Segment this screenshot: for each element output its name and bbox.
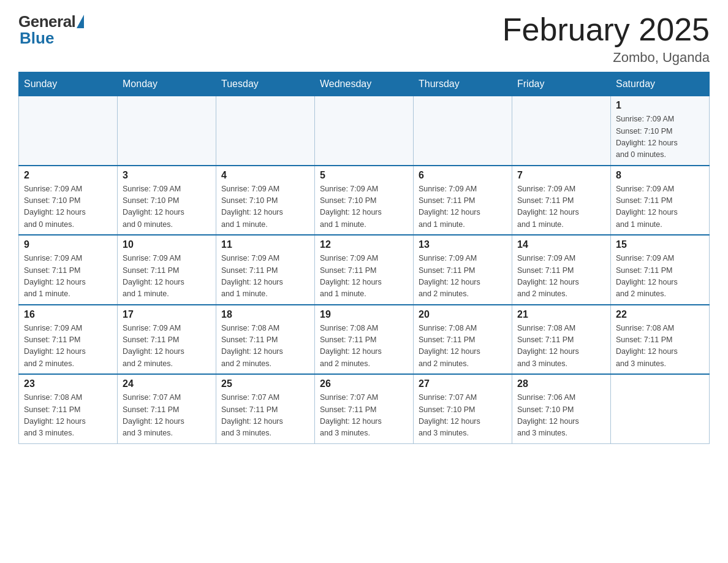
day-info: Sunrise: 7:09 AM Sunset: 7:11 PM Dayligh… <box>320 253 408 301</box>
day-number: 13 <box>419 239 507 250</box>
calendar-table: SundayMondayTuesdayWednesdayThursdayFrid… <box>18 72 710 444</box>
day-of-week-header: Friday <box>512 72 611 96</box>
day-info: Sunrise: 7:09 AM Sunset: 7:11 PM Dayligh… <box>24 323 112 370</box>
day-info: Sunrise: 7:09 AM Sunset: 7:11 PM Dayligh… <box>123 323 211 370</box>
day-info: Sunrise: 7:09 AM Sunset: 7:11 PM Dayligh… <box>517 183 605 231</box>
day-info: Sunrise: 7:08 AM Sunset: 7:11 PM Dayligh… <box>616 323 704 370</box>
day-number: 25 <box>221 378 309 389</box>
day-number: 22 <box>616 309 704 320</box>
calendar-day-cell <box>216 96 315 166</box>
day-number: 5 <box>320 170 408 181</box>
calendar-day-cell: 12Sunrise: 7:09 AM Sunset: 7:11 PM Dayli… <box>315 235 414 305</box>
day-info: Sunrise: 7:09 AM Sunset: 7:10 PM Dayligh… <box>616 113 704 161</box>
calendar-day-cell: 8Sunrise: 7:09 AM Sunset: 7:11 PM Daylig… <box>611 166 710 236</box>
day-info: Sunrise: 7:07 AM Sunset: 7:11 PM Dayligh… <box>320 392 408 440</box>
day-number: 21 <box>517 309 605 320</box>
day-info: Sunrise: 7:07 AM Sunset: 7:11 PM Dayligh… <box>221 392 309 440</box>
day-number: 6 <box>419 170 507 181</box>
calendar-week-row: 23Sunrise: 7:08 AM Sunset: 7:11 PM Dayli… <box>19 374 710 443</box>
calendar-day-cell: 11Sunrise: 7:09 AM Sunset: 7:11 PM Dayli… <box>216 235 315 305</box>
day-number: 23 <box>24 378 112 389</box>
day-info: Sunrise: 7:09 AM Sunset: 7:10 PM Dayligh… <box>123 183 211 231</box>
calendar-header: SundayMondayTuesdayWednesdayThursdayFrid… <box>19 72 710 96</box>
calendar-body: 1Sunrise: 7:09 AM Sunset: 7:10 PM Daylig… <box>19 96 710 444</box>
day-number: 28 <box>517 378 605 389</box>
day-info: Sunrise: 7:09 AM Sunset: 7:10 PM Dayligh… <box>221 183 309 231</box>
day-number: 20 <box>419 309 507 320</box>
day-of-week-header: Monday <box>118 72 216 96</box>
day-info: Sunrise: 7:09 AM Sunset: 7:11 PM Dayligh… <box>221 253 309 301</box>
day-of-week-header: Saturday <box>611 72 710 96</box>
calendar-day-cell: 17Sunrise: 7:09 AM Sunset: 7:11 PM Dayli… <box>118 305 216 375</box>
calendar-day-cell <box>19 96 118 166</box>
calendar-day-cell: 23Sunrise: 7:08 AM Sunset: 7:11 PM Dayli… <box>19 374 118 443</box>
day-info: Sunrise: 7:09 AM Sunset: 7:11 PM Dayligh… <box>123 253 211 301</box>
day-number: 15 <box>616 239 704 250</box>
calendar-day-cell: 10Sunrise: 7:09 AM Sunset: 7:11 PM Dayli… <box>118 235 216 305</box>
day-info: Sunrise: 7:08 AM Sunset: 7:11 PM Dayligh… <box>320 323 408 370</box>
day-info: Sunrise: 7:09 AM Sunset: 7:10 PM Dayligh… <box>320 183 408 231</box>
calendar-day-cell: 15Sunrise: 7:09 AM Sunset: 7:11 PM Dayli… <box>611 235 710 305</box>
calendar-day-cell: 24Sunrise: 7:07 AM Sunset: 7:11 PM Dayli… <box>118 374 216 443</box>
calendar-day-cell: 2Sunrise: 7:09 AM Sunset: 7:10 PM Daylig… <box>19 166 118 236</box>
day-info: Sunrise: 7:09 AM Sunset: 7:11 PM Dayligh… <box>616 253 704 301</box>
calendar-week-row: 2Sunrise: 7:09 AM Sunset: 7:10 PM Daylig… <box>19 166 710 236</box>
day-number: 19 <box>320 309 408 320</box>
calendar-day-cell: 27Sunrise: 7:07 AM Sunset: 7:10 PM Dayli… <box>414 374 512 443</box>
calendar-day-cell: 1Sunrise: 7:09 AM Sunset: 7:10 PM Daylig… <box>611 96 710 166</box>
day-number: 24 <box>123 378 211 389</box>
calendar-day-cell: 5Sunrise: 7:09 AM Sunset: 7:10 PM Daylig… <box>315 166 414 236</box>
day-number: 7 <box>517 170 605 181</box>
calendar-day-cell: 7Sunrise: 7:09 AM Sunset: 7:11 PM Daylig… <box>512 166 611 236</box>
calendar-day-cell: 16Sunrise: 7:09 AM Sunset: 7:11 PM Dayli… <box>19 305 118 375</box>
calendar-day-cell: 21Sunrise: 7:08 AM Sunset: 7:11 PM Dayli… <box>512 305 611 375</box>
title-area: February 2025 Zombo, Uganda <box>502 12 710 66</box>
logo: General Blue <box>18 12 84 48</box>
day-number: 10 <box>123 239 211 250</box>
calendar-day-cell: 18Sunrise: 7:08 AM Sunset: 7:11 PM Dayli… <box>216 305 315 375</box>
day-number: 17 <box>123 309 211 320</box>
day-number: 4 <box>221 170 309 181</box>
day-info: Sunrise: 7:08 AM Sunset: 7:11 PM Dayligh… <box>24 392 112 440</box>
days-of-week-row: SundayMondayTuesdayWednesdayThursdayFrid… <box>19 72 710 96</box>
day-number: 26 <box>320 378 408 389</box>
calendar-week-row: 9Sunrise: 7:09 AM Sunset: 7:11 PM Daylig… <box>19 235 710 305</box>
calendar-day-cell: 28Sunrise: 7:06 AM Sunset: 7:10 PM Dayli… <box>512 374 611 443</box>
day-info: Sunrise: 7:06 AM Sunset: 7:10 PM Dayligh… <box>517 392 605 440</box>
day-info: Sunrise: 7:09 AM Sunset: 7:10 PM Dayligh… <box>24 183 112 231</box>
calendar-day-cell: 20Sunrise: 7:08 AM Sunset: 7:11 PM Dayli… <box>414 305 512 375</box>
day-info: Sunrise: 7:08 AM Sunset: 7:11 PM Dayligh… <box>517 323 605 370</box>
calendar-day-cell: 26Sunrise: 7:07 AM Sunset: 7:11 PM Dayli… <box>315 374 414 443</box>
day-number: 14 <box>517 239 605 250</box>
day-number: 1 <box>616 100 704 111</box>
calendar-day-cell: 6Sunrise: 7:09 AM Sunset: 7:11 PM Daylig… <box>414 166 512 236</box>
day-info: Sunrise: 7:09 AM Sunset: 7:11 PM Dayligh… <box>24 253 112 301</box>
calendar-day-cell <box>512 96 611 166</box>
day-number: 16 <box>24 309 112 320</box>
calendar-day-cell: 3Sunrise: 7:09 AM Sunset: 7:10 PM Daylig… <box>118 166 216 236</box>
day-of-week-header: Wednesday <box>315 72 414 96</box>
day-number: 2 <box>24 170 112 181</box>
calendar-day-cell: 4Sunrise: 7:09 AM Sunset: 7:10 PM Daylig… <box>216 166 315 236</box>
calendar-day-cell: 25Sunrise: 7:07 AM Sunset: 7:11 PM Dayli… <box>216 374 315 443</box>
calendar-day-cell: 13Sunrise: 7:09 AM Sunset: 7:11 PM Dayli… <box>414 235 512 305</box>
day-info: Sunrise: 7:07 AM Sunset: 7:11 PM Dayligh… <box>123 392 211 440</box>
day-number: 27 <box>419 378 507 389</box>
day-number: 11 <box>221 239 309 250</box>
day-number: 8 <box>616 170 704 181</box>
page-header: General Blue February 2025 Zombo, Uganda <box>18 12 710 66</box>
month-title: February 2025 <box>502 12 710 47</box>
logo-triangle-icon <box>77 15 84 28</box>
day-info: Sunrise: 7:07 AM Sunset: 7:10 PM Dayligh… <box>419 392 507 440</box>
calendar-week-row: 1Sunrise: 7:09 AM Sunset: 7:10 PM Daylig… <box>19 96 710 166</box>
calendar-day-cell: 19Sunrise: 7:08 AM Sunset: 7:11 PM Dayli… <box>315 305 414 375</box>
day-info: Sunrise: 7:08 AM Sunset: 7:11 PM Dayligh… <box>221 323 309 370</box>
calendar-day-cell <box>414 96 512 166</box>
calendar-day-cell <box>315 96 414 166</box>
day-number: 12 <box>320 239 408 250</box>
day-of-week-header: Thursday <box>414 72 512 96</box>
calendar-day-cell <box>611 374 710 443</box>
calendar-day-cell: 9Sunrise: 7:09 AM Sunset: 7:11 PM Daylig… <box>19 235 118 305</box>
day-info: Sunrise: 7:09 AM Sunset: 7:11 PM Dayligh… <box>517 253 605 301</box>
day-number: 9 <box>24 239 112 250</box>
